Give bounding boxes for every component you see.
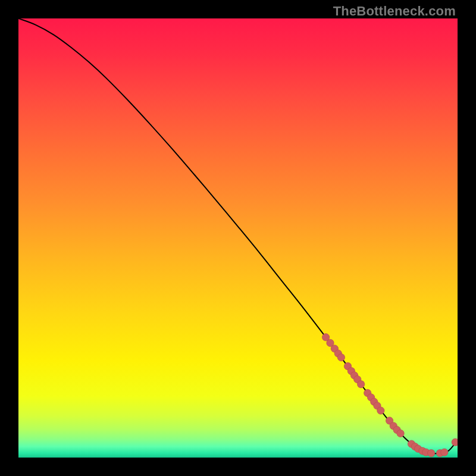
data-marker	[377, 407, 384, 414]
curve-markers	[322, 334, 458, 457]
data-marker	[428, 449, 435, 456]
data-marker	[452, 439, 458, 446]
data-marker	[441, 449, 448, 456]
plot-area	[18, 18, 458, 458]
watermark-text: TheBottleneck.com	[333, 4, 456, 19]
data-marker	[397, 430, 404, 437]
bottleneck-curve	[18, 18, 458, 453]
chart-stage: TheBottleneck.com	[0, 0, 476, 476]
data-marker	[357, 381, 364, 388]
data-marker	[337, 354, 345, 361]
chart-overlay	[18, 18, 458, 458]
